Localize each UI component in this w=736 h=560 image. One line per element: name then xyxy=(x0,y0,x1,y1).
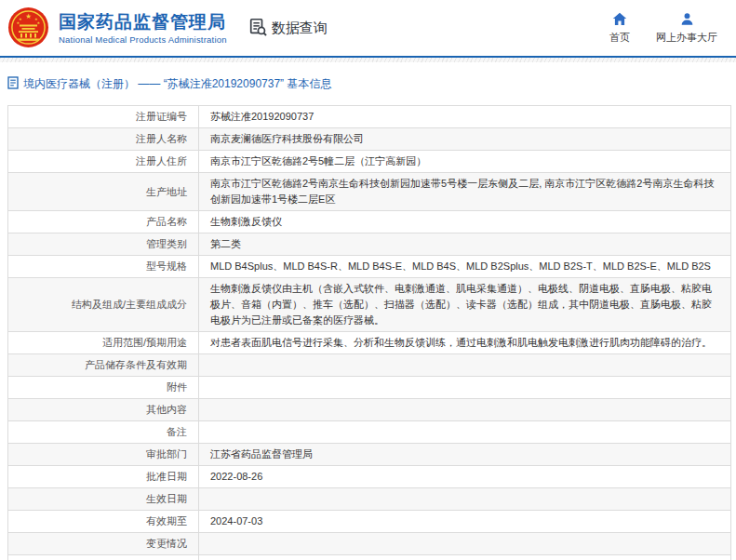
table-row: 附件 xyxy=(8,377,731,399)
data-query-label: 数据查询 xyxy=(272,20,328,37)
row-value xyxy=(199,533,731,555)
breadcrumb-text: 境内医疗器械（注册） —— “苏械注准20192090737” 基本信息 xyxy=(23,76,331,92)
nav-item-service-hall[interactable]: 网上办事大厅 xyxy=(656,12,717,45)
row-label: 型号规格 xyxy=(8,256,199,278)
row-label: 注 xyxy=(8,555,199,560)
header-nav: 首页 网上办事大厅 xyxy=(609,12,717,45)
row-label: 产品储存条件及有效期 xyxy=(8,354,199,377)
org-name-en: National Medical Products Administration xyxy=(59,34,227,45)
table-row: 有效期至2024-07-03 xyxy=(8,511,731,533)
org-title-block: 国家药品监督管理局 National Medical Products Admi… xyxy=(59,12,227,45)
table-row: 产品储存条件及有效期 xyxy=(8,354,731,377)
table-row: 变更情况 xyxy=(8,533,731,555)
row-label: 变更情况 xyxy=(8,533,199,555)
row-value xyxy=(199,354,731,377)
row-label: 注册证编号 xyxy=(8,106,199,128)
table-row: 型号规格MLD B4Splus、MLD B4S-R、MLD B4S-E、MLD … xyxy=(8,256,731,278)
row-value: 南京市江宁区乾德路2号南京生命科技创新园加速带5号楼一层东侧及二层, 南京市江宁… xyxy=(199,173,731,211)
user-icon xyxy=(680,12,694,28)
row-value: 第二类 xyxy=(199,233,731,256)
table-row: 生产地址南京市江宁区乾德路2号南京生命科技创新园加速带5号楼一层东侧及二层, 南… xyxy=(8,173,731,211)
row-value: 南京市江宁区乾德路2号5幢二层（江宁高新园） xyxy=(199,151,731,173)
row-label: 结构及组成/主要组成成分 xyxy=(8,278,199,332)
table-row: 注册人名称南京麦澜德医疗科技股份有限公司 xyxy=(8,128,731,151)
row-label: 产品名称 xyxy=(8,211,199,233)
svg-text:★: ★ xyxy=(17,20,20,25)
row-value xyxy=(199,399,731,421)
row-label: 注册人住所 xyxy=(8,151,199,173)
row-value xyxy=(199,421,731,444)
table-row: 审批部门江苏省药品监督管理局 xyxy=(8,444,731,466)
row-label: 备注 xyxy=(8,421,199,444)
row-label: 生效日期 xyxy=(8,488,199,511)
table-row: 适用范围/预期用途对患者表面肌电信号进行采集、分析和生物反馈训练，通过电刺激和肌… xyxy=(8,332,731,354)
national-emblem-logo-icon: ★ ★ ★ ★ ★ xyxy=(7,6,49,50)
row-value: 江苏省药品监督管理局 xyxy=(199,444,731,466)
org-name-cn: 国家药品监督管理局 xyxy=(59,12,227,33)
info-table-body: 注册证编号苏械注准20192090737注册人名称南京麦澜德医疗科技股份有限公司… xyxy=(8,106,731,560)
row-label: 其他内容 xyxy=(8,399,199,421)
row-label: 适用范围/预期用途 xyxy=(8,332,199,354)
row-label: 有效期至 xyxy=(8,511,199,533)
row-value: 对患者表面肌电信号进行采集、分析和生物反馈训练，通过电刺激和肌电触发电刺激进行肌… xyxy=(199,332,731,354)
row-value xyxy=(199,488,731,511)
row-label: 批准日期 xyxy=(8,466,199,488)
row-label: 管理类别 xyxy=(8,233,199,256)
row-value: 苏械注准20192090737 xyxy=(199,106,731,128)
document-search-icon xyxy=(249,18,267,39)
row-value: 南京麦澜德医疗科技股份有限公司 xyxy=(199,128,731,151)
table-row: 注册证编号苏械注准20192090737 xyxy=(8,106,731,128)
breadcrumb: 境内医疗器械（注册） —— “苏械注准20192090737” 基本信息 xyxy=(7,76,736,92)
table-row: 结构及组成/主要组成成分生物刺激反馈仪由主机（含嵌入式软件、电刺激通道、肌电采集… xyxy=(8,278,731,332)
nav-home-label: 首页 xyxy=(609,31,630,45)
row-label: 生产地址 xyxy=(8,173,199,211)
row-label: 审批部门 xyxy=(8,444,199,466)
table-row: 其他内容 xyxy=(8,399,731,421)
table-row: 注册人住所南京市江宁区乾德路2号5幢二层（江宁高新园） xyxy=(8,151,731,173)
nav-hall-label: 网上办事大厅 xyxy=(656,31,717,45)
row-label: 附件 xyxy=(8,377,199,399)
row-value: 2022-08-26 xyxy=(199,466,731,488)
row-value: MLD B4Splus、MLD B4S-R、MLD B4S-E、MLD B4S、… xyxy=(199,256,731,278)
table-row: 备注 xyxy=(8,421,731,444)
row-value: 详情 xyxy=(199,555,731,560)
table-row: 注详情 xyxy=(8,555,731,560)
home-icon xyxy=(612,12,627,28)
row-value xyxy=(199,377,731,399)
nav-item-home[interactable]: 首页 xyxy=(609,12,630,45)
svg-text:★: ★ xyxy=(25,12,32,20)
page-icon xyxy=(7,76,19,92)
table-row: 产品名称生物刺激反馈仪 xyxy=(8,211,731,233)
table-row: 生效日期 xyxy=(8,488,731,511)
table-row: 管理类别第二类 xyxy=(8,233,731,256)
data-query-tab[interactable]: 数据查询 xyxy=(249,18,328,39)
row-value: 生物刺激反馈仪 xyxy=(199,211,731,233)
row-value: 2024-07-03 xyxy=(199,511,731,533)
row-value: 生物刺激反馈仪由主机（含嵌入式软件、电刺激通道、肌电采集通道）、电极线、阴道电极… xyxy=(199,278,731,332)
table-row: 批准日期2022-08-26 xyxy=(8,466,731,488)
hatched-strip xyxy=(0,58,736,62)
registration-info-table: 注册证编号苏械注准20192090737注册人名称南京麦澜德医疗科技股份有限公司… xyxy=(7,105,731,560)
svg-text:★: ★ xyxy=(37,20,41,25)
header: ★ ★ ★ ★ ★ 国家药品监督管理局 National Medical Pro… xyxy=(0,0,736,56)
row-label: 注册人名称 xyxy=(8,128,199,151)
